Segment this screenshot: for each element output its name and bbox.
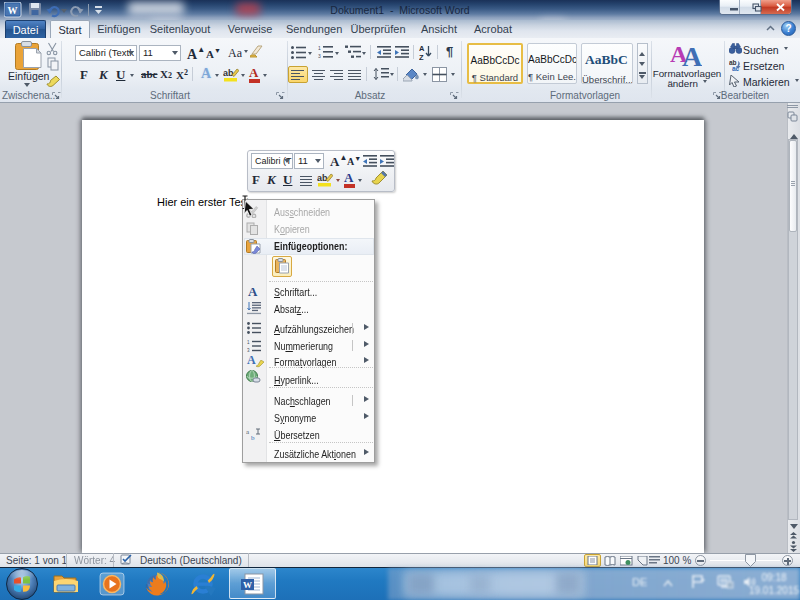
svg-text:ab: ab [223, 68, 234, 78]
svg-text:b: b [251, 434, 255, 441]
svg-text:1: 1 [247, 340, 250, 345]
svg-text:ab: ab [317, 173, 328, 183]
svg-text:1: 1 [318, 45, 321, 51]
svg-text:W: W [243, 580, 252, 590]
svg-text:3: 3 [318, 53, 321, 59]
svg-text:A: A [682, 41, 702, 66]
svg-text:a: a [246, 428, 250, 436]
svg-text:Z: Z [419, 53, 424, 61]
svg-text:3: 3 [247, 348, 250, 353]
svg-text:W: W [8, 5, 18, 16]
